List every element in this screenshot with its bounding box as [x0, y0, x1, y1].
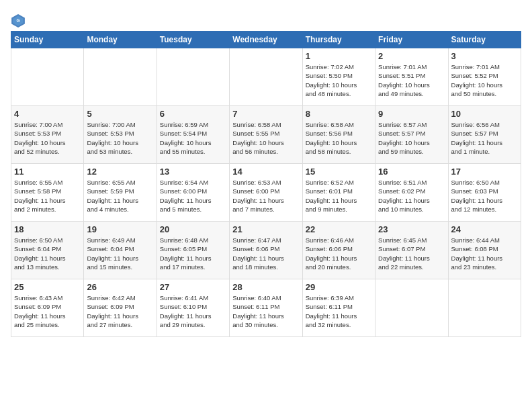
day-number: 7: [232, 109, 299, 119]
calendar-cell: 6Sunrise: 6:59 AM Sunset: 5:54 PM Daylig…: [157, 106, 229, 164]
day-info: Sunrise: 7:00 AM Sunset: 5:53 PM Dayligh…: [87, 120, 153, 156]
day-number: 13: [160, 167, 226, 177]
calendar-cell: 5Sunrise: 7:00 AM Sunset: 5:53 PM Daylig…: [84, 106, 157, 164]
day-info: Sunrise: 6:58 AM Sunset: 5:55 PM Dayligh…: [232, 120, 299, 156]
day-number: 25: [14, 282, 81, 292]
calendar-body: 1Sunrise: 7:02 AM Sunset: 5:50 PM Daylig…: [11, 48, 521, 337]
calendar-cell: 4Sunrise: 7:00 AM Sunset: 5:53 PM Daylig…: [11, 106, 84, 164]
calendar-cell: 17Sunrise: 6:50 AM Sunset: 6:03 PM Dayli…: [448, 164, 521, 222]
calendar-cell: 2Sunrise: 7:01 AM Sunset: 5:51 PM Daylig…: [375, 48, 448, 106]
header: G: [11, 11, 521, 28]
calendar-week-4: 25Sunrise: 6:43 AM Sunset: 6:09 PM Dayli…: [11, 279, 521, 337]
calendar-cell: [157, 48, 229, 106]
day-number: 2: [378, 51, 445, 61]
day-info: Sunrise: 6:50 AM Sunset: 6:04 PM Dayligh…: [14, 236, 81, 271]
calendar-cell: [375, 279, 448, 337]
calendar-cell: 3Sunrise: 7:01 AM Sunset: 5:52 PM Daylig…: [448, 48, 521, 106]
calendar-week-0: 1Sunrise: 7:02 AM Sunset: 5:50 PM Daylig…: [11, 48, 521, 106]
calendar-cell: [84, 48, 157, 106]
day-number: 15: [306, 167, 372, 177]
calendar-cell: 13Sunrise: 6:54 AM Sunset: 6:00 PM Dayli…: [157, 164, 229, 222]
calendar-week-2: 11Sunrise: 6:55 AM Sunset: 5:58 PM Dayli…: [11, 164, 521, 222]
calendar-week-1: 4Sunrise: 7:00 AM Sunset: 5:53 PM Daylig…: [11, 106, 521, 164]
day-info: Sunrise: 7:01 AM Sunset: 5:51 PM Dayligh…: [378, 62, 445, 98]
day-info: Sunrise: 6:57 AM Sunset: 5:57 PM Dayligh…: [378, 120, 445, 156]
header-cell-thursday: Thursday: [302, 32, 375, 48]
calendar-cell: 22Sunrise: 6:46 AM Sunset: 6:06 PM Dayli…: [302, 222, 375, 279]
header-cell-sunday: Sunday: [11, 32, 84, 48]
day-number: 1: [306, 51, 372, 61]
logo: G: [11, 13, 28, 28]
calendar-cell: 14Sunrise: 6:53 AM Sunset: 6:00 PM Dayli…: [230, 164, 302, 222]
day-info: Sunrise: 6:55 AM Sunset: 5:59 PM Dayligh…: [87, 178, 153, 214]
header-cell-wednesday: Wednesday: [230, 32, 302, 48]
day-number: 26: [87, 282, 153, 292]
day-number: 27: [160, 282, 226, 292]
calendar-cell: 20Sunrise: 6:48 AM Sunset: 6:05 PM Dayli…: [157, 222, 229, 279]
calendar-cell: 11Sunrise: 6:55 AM Sunset: 5:58 PM Dayli…: [11, 164, 84, 222]
day-info: Sunrise: 6:52 AM Sunset: 6:01 PM Dayligh…: [306, 178, 372, 214]
day-number: 21: [232, 224, 299, 234]
day-number: 18: [14, 224, 81, 234]
day-info: Sunrise: 6:47 AM Sunset: 6:06 PM Dayligh…: [232, 236, 299, 271]
day-info: Sunrise: 6:50 AM Sunset: 6:03 PM Dayligh…: [451, 178, 518, 214]
day-number: 9: [378, 109, 445, 119]
day-info: Sunrise: 6:42 AM Sunset: 6:09 PM Dayligh…: [87, 293, 153, 329]
day-info: Sunrise: 6:58 AM Sunset: 5:56 PM Dayligh…: [306, 120, 372, 156]
day-number: 29: [306, 282, 372, 292]
header-cell-saturday: Saturday: [448, 32, 521, 48]
day-number: 4: [14, 109, 81, 119]
calendar-cell: [448, 279, 521, 337]
day-number: 24: [451, 224, 518, 234]
calendar-table: SundayMondayTuesdayWednesdayThursdayFrid…: [11, 31, 521, 337]
day-info: Sunrise: 6:48 AM Sunset: 6:05 PM Dayligh…: [160, 236, 226, 271]
header-cell-monday: Monday: [84, 32, 157, 48]
day-number: 8: [306, 109, 372, 119]
day-info: Sunrise: 6:55 AM Sunset: 5:58 PM Dayligh…: [14, 178, 81, 214]
day-number: 22: [306, 224, 372, 234]
calendar-cell: 16Sunrise: 6:51 AM Sunset: 6:02 PM Dayli…: [375, 164, 448, 222]
header-row: SundayMondayTuesdayWednesdayThursdayFrid…: [11, 32, 521, 48]
day-number: 11: [14, 167, 81, 177]
header-cell-tuesday: Tuesday: [157, 32, 229, 48]
calendar-cell: 21Sunrise: 6:47 AM Sunset: 6:06 PM Dayli…: [230, 222, 302, 279]
calendar-cell: 18Sunrise: 6:50 AM Sunset: 6:04 PM Dayli…: [11, 222, 84, 279]
day-info: Sunrise: 7:02 AM Sunset: 5:50 PM Dayligh…: [306, 62, 372, 98]
day-number: 19: [87, 224, 153, 234]
calendar-cell: 25Sunrise: 6:43 AM Sunset: 6:09 PM Dayli…: [11, 279, 84, 337]
calendar-cell: 1Sunrise: 7:02 AM Sunset: 5:50 PM Daylig…: [302, 48, 375, 106]
day-number: 10: [451, 109, 518, 119]
day-info: Sunrise: 6:39 AM Sunset: 6:11 PM Dayligh…: [306, 293, 372, 329]
calendar-week-3: 18Sunrise: 6:50 AM Sunset: 6:04 PM Dayli…: [11, 222, 521, 279]
calendar-cell: 12Sunrise: 6:55 AM Sunset: 5:59 PM Dayli…: [84, 164, 157, 222]
calendar-cell: 23Sunrise: 6:45 AM Sunset: 6:07 PM Dayli…: [375, 222, 448, 279]
calendar-cell: 26Sunrise: 6:42 AM Sunset: 6:09 PM Dayli…: [84, 279, 157, 337]
day-info: Sunrise: 6:56 AM Sunset: 5:57 PM Dayligh…: [451, 120, 518, 156]
day-info: Sunrise: 6:49 AM Sunset: 6:04 PM Dayligh…: [87, 236, 153, 271]
day-number: 16: [378, 167, 445, 177]
day-info: Sunrise: 7:00 AM Sunset: 5:53 PM Dayligh…: [14, 120, 81, 156]
calendar-cell: 10Sunrise: 6:56 AM Sunset: 5:57 PM Dayli…: [448, 106, 521, 164]
day-info: Sunrise: 6:59 AM Sunset: 5:54 PM Dayligh…: [160, 120, 226, 156]
day-number: 23: [378, 224, 445, 234]
day-info: Sunrise: 6:43 AM Sunset: 6:09 PM Dayligh…: [14, 293, 81, 329]
day-number: 12: [87, 167, 153, 177]
day-number: 17: [451, 167, 518, 177]
day-number: 5: [87, 109, 153, 119]
calendar-cell: [230, 48, 302, 106]
calendar-cell: 7Sunrise: 6:58 AM Sunset: 5:55 PM Daylig…: [230, 106, 302, 164]
calendar-cell: 28Sunrise: 6:40 AM Sunset: 6:11 PM Dayli…: [230, 279, 302, 337]
calendar-cell: 9Sunrise: 6:57 AM Sunset: 5:57 PM Daylig…: [375, 106, 448, 164]
calendar-cell: 19Sunrise: 6:49 AM Sunset: 6:04 PM Dayli…: [84, 222, 157, 279]
day-number: 28: [232, 282, 299, 292]
day-info: Sunrise: 6:53 AM Sunset: 6:00 PM Dayligh…: [232, 178, 299, 214]
svg-text:G: G: [16, 18, 19, 23]
day-info: Sunrise: 6:51 AM Sunset: 6:02 PM Dayligh…: [378, 178, 445, 214]
page-container: G SundayMondayTuesdayWednesdayThursdayFr…: [0, 0, 532, 342]
calendar-cell: 24Sunrise: 6:44 AM Sunset: 6:08 PM Dayli…: [448, 222, 521, 279]
day-number: 6: [160, 109, 226, 119]
day-info: Sunrise: 6:44 AM Sunset: 6:08 PM Dayligh…: [451, 236, 518, 271]
day-info: Sunrise: 6:41 AM Sunset: 6:10 PM Dayligh…: [160, 293, 226, 329]
logo-icon: G: [11, 13, 26, 28]
day-info: Sunrise: 7:01 AM Sunset: 5:52 PM Dayligh…: [451, 62, 518, 98]
